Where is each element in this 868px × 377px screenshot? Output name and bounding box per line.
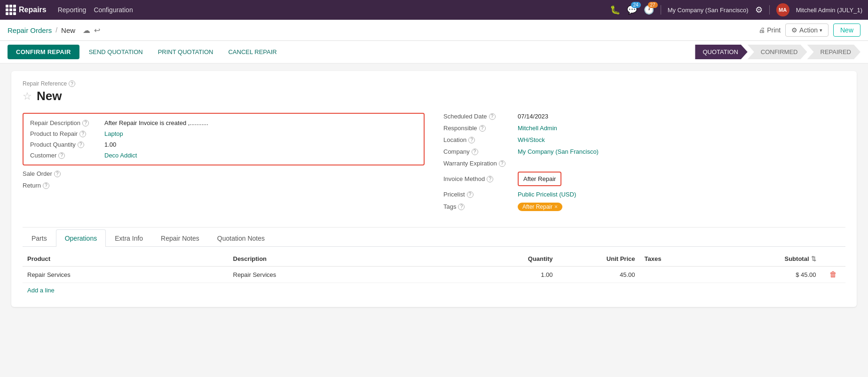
responsible-label: Responsible ? [443,125,514,132]
tab-extra-info[interactable]: Extra Info [106,229,152,247]
pricelist-help[interactable]: ? [467,191,473,198]
cloud-icon[interactable]: ☁ [83,26,90,35]
repair-description-row: Repair Description ? After Repair Invoic… [30,119,417,126]
messages-btn[interactable]: 💬 24 [627,5,637,15]
tags-label: Tags ? [443,203,514,210]
new-button[interactable]: New [833,24,860,37]
message-badge: 24 [631,2,641,8]
nav-separator-2 [769,5,770,15]
warranty-row: Warranty Expiration ? [443,160,845,167]
row-unit-price[interactable]: 45.00 [558,267,640,283]
print-button[interactable]: 🖨 Print [758,26,781,34]
customer-label: Customer ? [30,152,101,159]
menu-reporting[interactable]: Reporting [58,6,87,14]
clock-badge: 27 [648,2,658,8]
customer-help[interactable]: ? [58,152,65,159]
product-quantity-value[interactable]: 1.00 [104,141,116,148]
product-to-repair-row: Product to Repair ? Laptop [30,130,417,137]
invoice-method-row: Invoice Method ? After Repair [443,172,845,186]
settings-icon[interactable]: ⚙ [755,5,763,15]
nav-separator-1 [661,5,661,15]
responsible-help[interactable]: ? [479,125,486,132]
tab-operations[interactable]: Operations [56,229,106,247]
tab-quotation-notes[interactable]: Quotation Notes [208,229,274,247]
return-help[interactable]: ? [43,182,49,189]
required-fields-box: Repair Description ? After Repair Invoic… [23,113,425,165]
col-taxes: Taxes [640,252,722,267]
favorite-star-icon[interactable]: ☆ [23,90,32,102]
tags-row: Tags ? After Repair × [443,203,845,211]
product-to-repair-value[interactable]: Laptop [104,130,123,137]
cancel-repair-button[interactable]: CANCEL REPAIR [221,45,284,59]
top-menu: Reporting Configuration [58,6,133,14]
action-bar: CONFIRM REPAIR SEND QUOTATION PRINT QUOT… [0,41,868,63]
customer-value[interactable]: Deco Addict [104,152,137,159]
operations-table: Product Description Quantity Unit Price [23,252,845,283]
pipeline-step-repaired[interactable]: REPAIRED [807,45,861,59]
row-description[interactable]: Repair Services [229,267,475,283]
pricelist-label: Pricelist ? [443,191,514,198]
breadcrumb-parent[interactable]: Repair Orders [8,26,52,34]
send-quotation-button[interactable]: SEND QUOTATION [81,45,150,59]
pricelist-value[interactable]: Public Pricelist (USD) [518,191,576,198]
col-unit-price: Unit Price [558,252,640,267]
tags-help[interactable]: ? [458,204,465,210]
invoice-method-box: After Repair [518,172,561,186]
location-row: Location ? WH/Stock [443,136,845,143]
app-name[interactable]: Repairs [19,6,47,14]
app-logo[interactable]: Repairs [6,5,47,15]
warranty-help[interactable]: ? [499,160,505,167]
scheduled-date-label: Scheduled Date ? [443,113,514,120]
undo-icon[interactable]: ↩ [94,26,100,35]
product-quantity-row: Product Quantity ? 1.00 [30,141,417,148]
repair-ref-help-icon[interactable]: ? [69,80,75,87]
tab-parts[interactable]: Parts [23,229,56,247]
pipeline-step-quotation[interactable]: QUOTATION [695,45,747,59]
company-help[interactable]: ? [472,149,478,155]
row-quantity[interactable]: 1.00 [475,267,558,283]
form-body: Repair Description ? After Repair Invoic… [23,113,845,216]
pipeline-step-confirmed[interactable]: CONFIRMED [748,45,807,59]
tag-remove-icon[interactable]: × [554,204,558,210]
sale-order-help[interactable]: ? [54,171,61,177]
row-product[interactable]: Repair Services [23,267,229,283]
bug-btn[interactable]: 🐛 [610,5,620,15]
col-product: Product [23,252,229,267]
repair-description-value[interactable]: After Repair Invoice is created ,.......… [104,119,208,126]
location-value[interactable]: WH/Stock [518,136,545,143]
avatar[interactable]: MA [776,3,789,16]
scheduled-date-value[interactable]: 07/14/2023 [518,113,548,120]
clock-btn[interactable]: 🕐 27 [644,5,654,15]
company-value[interactable]: My Company (San Francisco) [518,148,599,155]
sort-icon[interactable]: ⇅ [811,255,816,262]
product-to-repair-label: Product to Repair ? [30,130,101,137]
scheduled-date-help[interactable]: ? [489,113,496,120]
confirm-repair-button[interactable]: CONFIRM REPAIR [8,45,79,59]
print-quotation-button[interactable]: PRINT QUOTATION [150,45,221,59]
invoice-method-value[interactable]: After Repair [523,175,556,182]
row-delete[interactable]: 🗑 [821,267,846,283]
menu-configuration[interactable]: Configuration [94,6,133,14]
repair-description-label: Repair Description ? [30,119,101,126]
col-quantity: Quantity [475,252,558,267]
add-line-link[interactable]: Add a line [23,283,59,298]
tab-repair-notes[interactable]: Repair Notes [152,229,208,247]
invoice-method-help[interactable]: ? [487,176,493,182]
invoice-method-label: Invoice Method ? [443,175,514,182]
repair-desc-help[interactable]: ? [82,120,89,126]
chevron-down-icon: ▾ [820,27,822,33]
responsible-value[interactable]: Mitchell Admin [518,125,557,132]
form-title-text: New [37,89,62,103]
responsible-row: Responsible ? Mitchell Admin [443,125,845,132]
product-qty-help[interactable]: ? [78,141,84,148]
row-taxes[interactable] [640,267,722,283]
sale-order-row: Sale Order ? [23,170,425,177]
company-label: Company ? [443,148,514,155]
delete-row-icon[interactable]: 🗑 [829,270,837,278]
company-name: My Company (San Francisco) [668,7,749,14]
action-button[interactable]: ⚙ Action ▾ [785,24,829,37]
bug-icon: 🐛 [610,5,620,15]
product-repair-help[interactable]: ? [79,131,86,137]
location-help[interactable]: ? [468,137,475,143]
table-row: Repair Services Repair Services 1.00 45.… [23,267,845,283]
